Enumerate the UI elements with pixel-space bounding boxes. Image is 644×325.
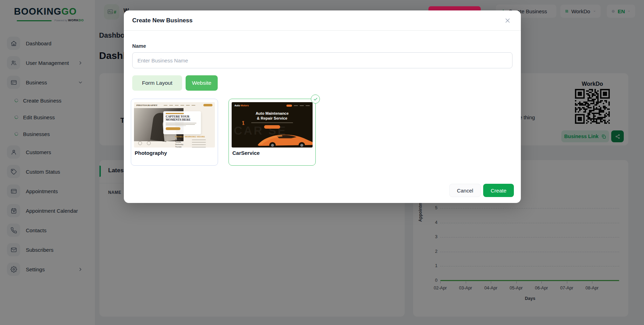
hero-panel: CAPTURE YOUR MOMENTS HERE [163, 111, 201, 134]
tab-website[interactable]: Website [186, 75, 218, 91]
selected-check-badge [311, 95, 320, 104]
create-button[interactable]: Create [483, 184, 514, 197]
hours-row: Tuesday [175, 141, 214, 143]
photography-thumbnail: PHOTOGRAPHY CAPTURE YOUR MOMENTS HERE EN… [134, 102, 215, 148]
cta-pill [264, 125, 280, 129]
sports-car-illustration [256, 129, 313, 148]
hours-row: Thursday [175, 146, 214, 148]
hours-row: Monday [175, 138, 214, 141]
photography-headline: CAPTURE YOUR MOMENTS HERE [166, 115, 194, 122]
working-hours-title: ENABLE WORKING HOURS [175, 136, 214, 138]
close-icon [504, 17, 511, 24]
business-name-input[interactable] [132, 52, 512, 68]
photography-logo-text: PHOTOGRAPHY [136, 104, 158, 107]
tab-form-layout[interactable]: Form Layout [132, 75, 182, 91]
hours-row: Wednesday [175, 143, 214, 146]
app-root: BOOKINGGO Powered by WORKDO Dashboard Us… [0, 0, 644, 325]
avatar-dots [138, 141, 151, 145]
working-hours-block: ENABLE WORKING HOURS MondayTuesdayWednes… [175, 136, 214, 148]
body-text-lines [166, 123, 199, 126]
template-name: CarService [232, 150, 260, 156]
sub-text-line [251, 122, 293, 123]
template-card-photography[interactable]: PHOTOGRAPHY CAPTURE YOUR MOMENTS HERE EN… [131, 99, 218, 166]
kicker-line [166, 113, 184, 114]
create-business-modal: Create New Business Name Form Layout Web… [124, 10, 521, 203]
modal-title: Create New Business [132, 17, 193, 24]
carservice-headline: Auto Maintenance & Repair Service [232, 111, 313, 121]
thumb-nav-links [286, 105, 310, 107]
template-name: Photography [135, 150, 167, 156]
carservice-thumbnail: Auto Motors CAR SE 🔧︎ Auto Maintenance &… [232, 102, 313, 148]
book-appointment-pill [166, 127, 180, 130]
check-icon [313, 97, 318, 101]
close-button[interactable] [503, 16, 512, 25]
modal-header: Create New Business [124, 10, 521, 31]
name-label: Name [132, 43, 146, 49]
template-card-carservice[interactable]: Auto Motors CAR SE 🔧︎ Auto Maintenance &… [229, 99, 316, 166]
cancel-button[interactable]: Cancel [449, 184, 481, 197]
auto-motors-logo: Auto Motors [234, 104, 249, 107]
thumb-nav-links [164, 105, 195, 106]
thumb-cta-pill [203, 104, 212, 106]
